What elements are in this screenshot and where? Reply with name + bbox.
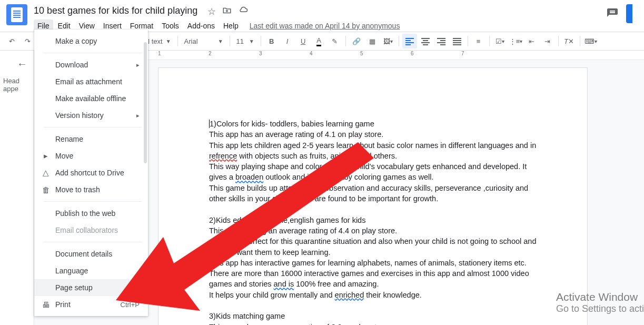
svg-rect-8 <box>437 38 445 39</box>
italic-button[interactable]: I <box>280 34 295 48</box>
checklist-button[interactable]: ☑▾ <box>493 34 508 48</box>
document-title[interactable]: 10 best games for kids for child playing <box>34 4 197 17</box>
menu-offline[interactable]: Make available offline <box>34 90 148 107</box>
svg-rect-14 <box>453 42 461 43</box>
menu-page-setup[interactable]: Page setup <box>34 279 148 296</box>
share-button[interactable] <box>626 4 632 23</box>
font-size-select[interactable]: 11▼ <box>233 34 257 48</box>
trash-icon: 🗑 <box>41 185 51 194</box>
menu-email-collab: Email collaborators <box>34 222 148 239</box>
move-folder-icon: ▸ <box>41 151 51 161</box>
menu-download[interactable]: Download▸ <box>34 56 148 73</box>
svg-rect-9 <box>440 40 445 41</box>
menu-move[interactable]: ▸Move <box>34 147 148 164</box>
menu-make-copy[interactable]: Make a copy <box>34 33 148 50</box>
align-left-button[interactable] <box>402 34 417 48</box>
underline-button[interactable]: U <box>296 34 311 48</box>
menu-details[interactable]: Document details <box>34 245 148 262</box>
submenu-arrow-icon: ▸ <box>136 112 140 119</box>
separator <box>44 127 142 127</box>
svg-rect-6 <box>421 42 430 43</box>
line-spacing-button[interactable]: ≡ <box>471 34 486 48</box>
align-justify-button[interactable] <box>450 34 464 48</box>
header: 10 best games for kids for child playing… <box>0 0 644 32</box>
svg-rect-11 <box>440 44 445 45</box>
star-icon[interactable]: ☆ <box>207 6 216 17</box>
menu-language[interactable]: Language <box>34 262 148 279</box>
menu-addons[interactable]: Add-ons <box>184 19 219 32</box>
comment-button[interactable]: ▦ <box>365 34 380 48</box>
document-page[interactable]: 1)Colors for kids- toddlers, babies lear… <box>158 67 588 325</box>
svg-rect-12 <box>453 38 461 39</box>
menu-rename[interactable]: Rename <box>34 131 148 147</box>
svg-rect-5 <box>423 40 428 41</box>
svg-rect-1 <box>405 40 411 41</box>
menu-publish[interactable]: Publish to the web <box>34 205 148 222</box>
menu-version-history[interactable]: Version history▸ <box>34 107 148 124</box>
bold-button[interactable]: B <box>264 34 279 48</box>
outline-pane: ← Headappe <box>0 51 34 325</box>
svg-rect-0 <box>405 38 414 39</box>
link-button[interactable]: 🔗 <box>349 34 364 48</box>
outline-back-icon[interactable]: ← <box>17 58 27 70</box>
svg-rect-3 <box>405 44 411 45</box>
align-center-button[interactable] <box>418 34 433 48</box>
submenu-arrow-icon: ▸ <box>136 62 140 68</box>
bullet-list-button[interactable]: ⋮≡▾ <box>509 34 523 48</box>
indent-button[interactable]: ⇥ <box>540 34 555 48</box>
separator <box>44 242 142 242</box>
input-tools-button[interactable]: ⌨▾ <box>583 34 598 48</box>
image-button[interactable]: 🖼▾ <box>381 34 395 48</box>
separator <box>44 53 142 53</box>
highlight-button[interactable]: ✎ <box>328 34 342 48</box>
separator <box>44 201 142 202</box>
text-color-button[interactable]: A <box>312 34 326 48</box>
windows-watermark: Activate Window Go to Settings to acti <box>556 291 644 314</box>
svg-rect-10 <box>437 42 445 43</box>
menu-email-attachment[interactable]: Email as attachment <box>34 73 148 90</box>
menu-tools[interactable]: Tools <box>158 19 183 32</box>
menu-trash[interactable]: 🗑Move to trash <box>34 181 148 198</box>
drive-shortcut-icon: △ <box>41 168 51 178</box>
svg-rect-13 <box>453 40 461 41</box>
svg-rect-7 <box>423 44 428 45</box>
move-icon[interactable] <box>222 6 232 17</box>
menu-help[interactable]: Help <box>220 19 242 32</box>
outdent-button[interactable]: ⇤ <box>524 34 539 48</box>
print-icon: 🖶 <box>41 300 51 309</box>
outline-text: Headappe <box>3 77 31 93</box>
align-right-button[interactable] <box>434 34 449 48</box>
svg-rect-2 <box>405 42 414 43</box>
last-edit-link[interactable]: Last edit was made on April 14 by anonym… <box>250 22 400 30</box>
title-area: 10 best games for kids for child playing… <box>34 4 606 32</box>
clear-format-button[interactable]: T✕ <box>562 34 577 48</box>
redo-button[interactable]: ↷ <box>20 34 35 48</box>
svg-rect-15 <box>453 44 461 45</box>
menu-print[interactable]: 🖶PrintCtrl+P <box>34 296 148 313</box>
body-text[interactable]: 1)Colors for kids- toddlers, babies lear… <box>209 119 537 325</box>
menu-shortcut[interactable]: △Add shortcut to Drive <box>34 164 148 181</box>
file-dropdown: Make a copy Download▸ Email as attachmen… <box>34 29 148 316</box>
font-select[interactable]: Arial▼ <box>181 34 226 48</box>
undo-button[interactable]: ↶ <box>4 34 19 48</box>
svg-rect-4 <box>421 38 430 39</box>
comments-icon[interactable] <box>606 7 619 20</box>
cloud-icon[interactable] <box>238 6 249 17</box>
docs-logo-icon[interactable] <box>6 4 27 25</box>
